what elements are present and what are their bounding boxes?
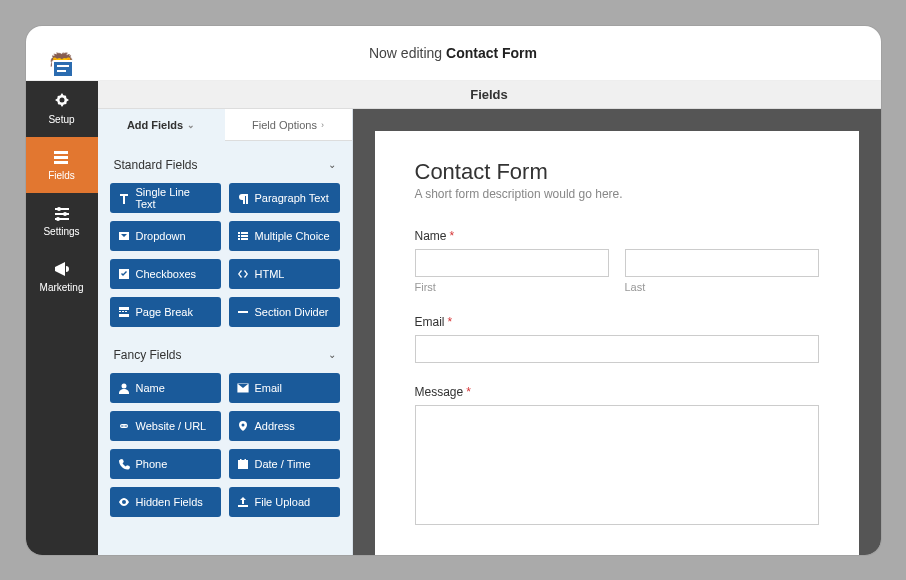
nav-item-marketing[interactable]: Marketing xyxy=(26,249,98,305)
required-indicator: * xyxy=(450,229,455,243)
field-label-email: Email* xyxy=(415,315,819,329)
fancy-fields-grid: Name Email Website / URL Address Phone D… xyxy=(110,373,340,527)
field-label: Email xyxy=(255,382,283,394)
phone-icon xyxy=(118,458,130,470)
sublabel-last: Last xyxy=(625,281,819,293)
sliders-icon xyxy=(53,204,71,222)
dropdown-icon xyxy=(118,230,130,242)
form-field-name[interactable]: Name* First Last xyxy=(415,229,819,293)
field-html[interactable]: HTML xyxy=(229,259,340,289)
field-label: Paragraph Text xyxy=(255,192,329,204)
checkbox-icon xyxy=(118,268,130,280)
field-email[interactable]: Email xyxy=(229,373,340,403)
tab-field-options[interactable]: Field Options › xyxy=(225,109,352,141)
input-last-name[interactable] xyxy=(625,249,819,277)
sublabel-first: First xyxy=(415,281,609,293)
form-icon xyxy=(52,60,74,78)
content: Fields Add Fields ⌄ Field Options › xyxy=(98,81,881,555)
nav-label: Marketing xyxy=(40,282,84,293)
field-label-message: Message* xyxy=(415,385,819,399)
field-page-break[interactable]: Page Break xyxy=(110,297,221,327)
required-indicator: * xyxy=(448,315,453,329)
section-label: Fancy Fields xyxy=(114,348,182,362)
nav-item-setup[interactable]: Setup xyxy=(26,81,98,137)
required-indicator: * xyxy=(466,385,471,399)
nav-item-fields[interactable]: Fields xyxy=(26,137,98,193)
tab-add-fields[interactable]: Add Fields ⌄ xyxy=(98,109,225,141)
tab-label: Field Options xyxy=(252,119,317,131)
input-email[interactable] xyxy=(415,335,819,363)
form-preview[interactable]: Contact Form A short form description wo… xyxy=(375,131,859,555)
field-label: Hidden Fields xyxy=(136,496,203,508)
form-title: Contact Form xyxy=(415,159,819,185)
top-bar: 🦁 Now editing Contact Form xyxy=(26,26,881,81)
field-label: Checkboxes xyxy=(136,268,197,280)
paragraph-icon xyxy=(237,192,249,204)
fields-sidebar: Add Fields ⌄ Field Options › Standard Fi… xyxy=(98,109,353,555)
chevron-down-icon: ⌄ xyxy=(328,159,336,170)
field-multiple-choice[interactable]: Multiple Choice xyxy=(229,221,340,251)
field-name[interactable]: Name xyxy=(110,373,221,403)
app-logo: 🦁 xyxy=(38,32,86,76)
left-nav: Setup Fields Settings Marketing xyxy=(26,81,98,555)
editing-form-name: Contact Form xyxy=(446,45,537,61)
field-label: HTML xyxy=(255,268,285,280)
megaphone-icon xyxy=(53,260,71,278)
field-phone[interactable]: Phone xyxy=(110,449,221,479)
app-window: 🦁 Now editing Contact Form Setup Fields … xyxy=(26,26,881,555)
list-icon xyxy=(237,230,249,242)
form-field-email[interactable]: Email* xyxy=(415,315,819,363)
field-label: Section Divider xyxy=(255,306,329,318)
field-label: Website / URL xyxy=(136,420,207,432)
main: Setup Fields Settings Marketing Fields xyxy=(26,81,881,555)
upload-icon xyxy=(237,496,249,508)
form-canvas: Contact Form A short form description wo… xyxy=(353,109,881,555)
field-label: Dropdown xyxy=(136,230,186,242)
field-address[interactable]: Address xyxy=(229,411,340,441)
field-website-url[interactable]: Website / URL xyxy=(110,411,221,441)
form-field-message[interactable]: Message* xyxy=(415,385,819,529)
chevron-down-icon: ⌄ xyxy=(328,349,336,360)
form-description: A short form description would go here. xyxy=(415,187,819,201)
field-checkboxes[interactable]: Checkboxes xyxy=(110,259,221,289)
user-icon xyxy=(118,382,130,394)
field-file-upload[interactable]: File Upload xyxy=(229,487,340,517)
field-label: Page Break xyxy=(136,306,193,318)
field-label: Phone xyxy=(136,458,168,470)
nav-item-settings[interactable]: Settings xyxy=(26,193,98,249)
field-hidden-fields[interactable]: Hidden Fields xyxy=(110,487,221,517)
field-paragraph-text[interactable]: Paragraph Text xyxy=(229,183,340,213)
input-first-name[interactable] xyxy=(415,249,609,277)
field-date-time[interactable]: Date / Time xyxy=(229,449,340,479)
field-label: Name xyxy=(136,382,165,394)
section-standard-fields[interactable]: Standard Fields ⌄ xyxy=(110,147,340,183)
subheader: Fields xyxy=(98,81,881,109)
field-label: Address xyxy=(255,420,295,432)
link-icon xyxy=(118,420,130,432)
editing-label: Now editing Contact Form xyxy=(369,45,537,61)
section-fancy-fields[interactable]: Fancy Fields ⌄ xyxy=(110,337,340,373)
editing-prefix: Now editing xyxy=(369,45,446,61)
eye-icon xyxy=(118,496,130,508)
divider-icon xyxy=(237,306,249,318)
mail-icon xyxy=(237,382,249,394)
tab-label: Add Fields xyxy=(127,119,183,131)
input-message[interactable] xyxy=(415,405,819,525)
standard-fields-grid: Single Line Text Paragraph Text Dropdown… xyxy=(110,183,340,337)
nav-label: Fields xyxy=(48,170,75,181)
work-row: Add Fields ⌄ Field Options › Standard Fi… xyxy=(98,109,881,555)
field-label: File Upload xyxy=(255,496,311,508)
field-section-divider[interactable]: Section Divider xyxy=(229,297,340,327)
gear-icon xyxy=(53,92,71,110)
field-label: Date / Time xyxy=(255,458,311,470)
field-label-name: Name* xyxy=(415,229,819,243)
field-single-line-text[interactable]: Single Line Text xyxy=(110,183,221,213)
sidebar-tabs: Add Fields ⌄ Field Options › xyxy=(98,109,352,141)
sidebar-body: Standard Fields ⌄ Single Line Text Parag… xyxy=(98,141,352,555)
nav-label: Settings xyxy=(43,226,79,237)
pin-icon xyxy=(237,420,249,432)
nav-label: Setup xyxy=(48,114,74,125)
field-dropdown[interactable]: Dropdown xyxy=(110,221,221,251)
section-label: Standard Fields xyxy=(114,158,198,172)
page-break-icon xyxy=(118,306,130,318)
